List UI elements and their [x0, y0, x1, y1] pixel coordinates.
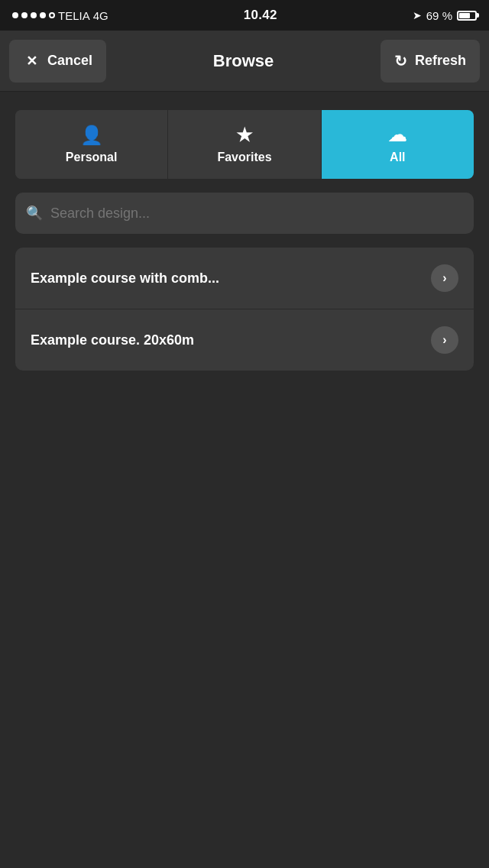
list-item-label: Example course. 20x60m [31, 332, 194, 348]
chevron-right-icon[interactable]: › [431, 326, 458, 354]
dot-4 [40, 12, 46, 18]
refresh-button[interactable]: ↻ Refresh [381, 40, 480, 83]
refresh-label: Refresh [415, 53, 466, 69]
status-time: 10.42 [244, 8, 277, 23]
tab-personal-label: Personal [66, 151, 118, 164]
signal-dots [12, 12, 55, 18]
status-bar: TELIA 4G 10.42 ➤ 69 % [0, 0, 489, 31]
cancel-button[interactable]: ✕ Cancel [9, 40, 106, 83]
cancel-label: Cancel [47, 53, 92, 69]
tab-personal[interactable]: 👤 Personal [15, 110, 168, 179]
tab-bar: 👤 Personal ★ Favorites ☁ All [15, 110, 474, 179]
search-icon: 🔍 [26, 205, 43, 222]
battery-fill [459, 13, 470, 18]
tab-all[interactable]: ☁ All [322, 110, 474, 179]
dot-1 [12, 12, 18, 18]
refresh-icon: ↻ [394, 52, 407, 70]
chevron-right-icon[interactable]: › [431, 264, 458, 292]
list-item[interactable]: Example course. 20x60m › [15, 309, 474, 371]
carrier-label: TELIA [58, 9, 90, 22]
location-icon: ➤ [413, 9, 422, 21]
favorites-icon: ★ [236, 125, 253, 146]
dot-5 [49, 12, 55, 18]
all-icon: ☁ [388, 125, 406, 146]
search-input[interactable] [15, 193, 474, 234]
cancel-icon: ✕ [23, 53, 40, 70]
personal-icon: 👤 [80, 125, 103, 146]
nav-bar: ✕ Cancel Browse ↻ Refresh [0, 31, 489, 92]
tab-all-label: All [390, 151, 405, 164]
dot-3 [31, 12, 37, 18]
course-list: Example course with comb... › Example co… [15, 248, 474, 371]
battery-label: 69 % [426, 9, 452, 22]
network-label: 4G [93, 9, 108, 22]
tab-favorites-label: Favorites [217, 151, 271, 164]
search-container: 🔍 [15, 193, 474, 234]
battery-icon [457, 11, 477, 21]
list-item-label: Example course with comb... [31, 270, 219, 287]
tab-favorites[interactable]: ★ Favorites [168, 110, 321, 179]
status-right: ➤ 69 % [413, 9, 477, 22]
list-item[interactable]: Example course with comb... › [15, 248, 474, 309]
page-title: Browse [213, 51, 274, 71]
status-left: TELIA 4G [12, 9, 108, 22]
dot-2 [21, 12, 28, 18]
